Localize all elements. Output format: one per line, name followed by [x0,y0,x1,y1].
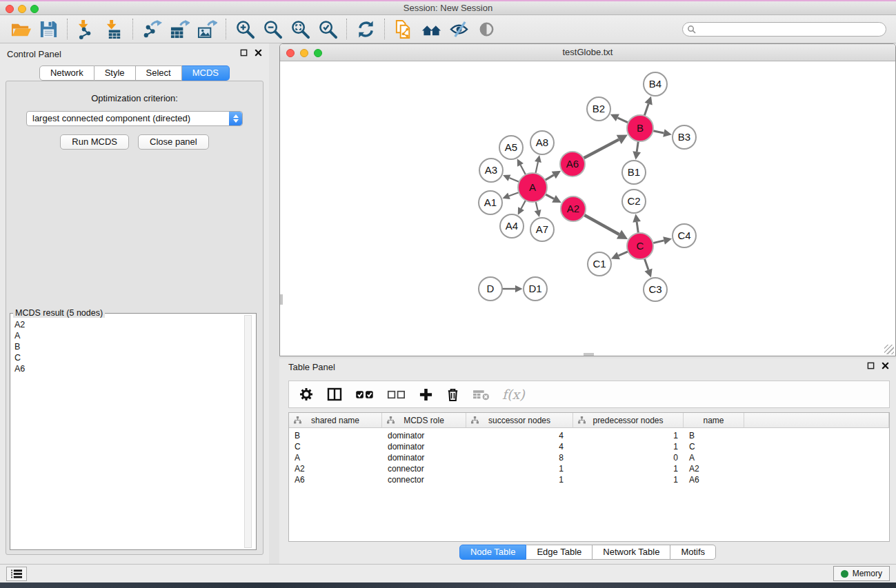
column-type-icon [471,416,479,424]
column-header-mcds-role[interactable]: MCDS role [382,413,466,428]
criterion-dropdown[interactable]: largest connected component (directed) [26,111,243,126]
graph-edge-A-A7[interactable] [535,201,537,210]
clone-network-icon[interactable] [390,17,417,41]
close-table-panel-icon[interactable] [882,362,889,369]
apply-function-icon[interactable]: f(x) [502,387,525,402]
save-session-icon[interactable] [34,17,62,41]
import-network-icon[interactable] [72,17,100,41]
graph-edge-A-A6[interactable] [544,175,554,181]
mcds-result-item[interactable]: A6 [14,363,252,374]
graph-edge-A6-B[interactable] [583,139,619,159]
graph-edge-B-B2[interactable] [617,118,628,123]
close-window-button[interactable] [6,5,14,13]
hide-details-eye-slash-icon[interactable] [445,17,472,41]
network-canvas[interactable]: AA1A2A3A4A5A6A7A8BB1B2B3B4CC1C2C3C4DD1 [280,61,895,356]
graph-edge-B-B3[interactable] [653,131,664,133]
close-panel-button[interactable]: Close panel [138,134,209,150]
import-table-icon[interactable] [100,17,128,41]
mcds-result-item[interactable]: C [14,352,252,363]
tab-network[interactable]: Network [39,65,94,81]
delete-table-icon[interactable] [472,388,490,401]
float-panel-icon[interactable] [240,49,248,57]
float-table-panel-icon[interactable] [867,362,875,369]
graph-edge-C-C4[interactable] [653,241,664,243]
table-row[interactable]: Bdominator41B [289,430,889,441]
toggle-visibility-eye-icon[interactable] [472,17,500,41]
zoom-out-icon[interactable] [259,17,286,41]
graph-edge-A-A4[interactable] [521,200,526,209]
result-scrollbar[interactable] [244,315,252,548]
mcds-result-item[interactable]: A2 [14,319,252,330]
open-session-icon[interactable] [7,17,34,41]
graph-edge-C-C1[interactable] [619,251,629,256]
tab-style[interactable]: Style [94,65,136,81]
network-close-button[interactable] [286,49,295,57]
mcds-result-item[interactable]: B [14,341,252,352]
export-image-icon[interactable] [193,17,221,41]
graph-edge-C-C2[interactable] [637,222,638,234]
delete-column-trash-icon[interactable] [446,387,460,402]
zoom-window-button[interactable] [30,5,39,13]
refresh-layout-icon[interactable] [352,17,379,41]
export-network-icon[interactable] [138,17,166,41]
table-row[interactable]: Cdominator41C [289,441,889,452]
control-panel-tabs: Network Style Select MCDS [0,65,269,81]
graph-edge-A-A1[interactable] [509,192,519,196]
tab-select[interactable]: Select [136,65,182,81]
vertical-scroll-nub[interactable] [280,294,283,305]
table-settings-gear-icon[interactable] [299,387,314,402]
zoom-in-icon[interactable] [231,17,259,41]
graph-edge-A-A5[interactable] [521,165,526,175]
horizontal-scroll-nub[interactable] [584,353,594,356]
graph-node-label: A [529,181,536,193]
show-all-networks-icon[interactable] [417,17,445,41]
zoom-selected-icon[interactable] [314,17,341,41]
column-header-successor-nodes[interactable]: successor nodes [466,413,573,428]
graph-edge-C-C3[interactable] [644,258,648,270]
search-input[interactable] [696,24,882,34]
graph-edge-B-B1[interactable] [637,141,638,152]
close-panel-icon[interactable] [255,49,262,57]
export-table-icon[interactable] [166,17,193,41]
tab-edge-table[interactable]: Edge Table [526,545,593,560]
task-history-button[interactable] [6,567,27,581]
graph-edge-B-B4[interactable] [644,104,648,116]
zoom-fit-icon[interactable] [286,17,314,41]
table-header-row: shared name MCDS role successor nodes pr… [289,413,889,428]
column-header-predecessor-nodes[interactable]: predecessor nodes [573,413,684,428]
table-row[interactable]: Adominator80A [289,452,889,463]
graph-edge-A2-C[interactable] [584,214,619,234]
run-mcds-button[interactable]: Run MCDS [60,134,129,150]
graph-node-label: C3 [648,283,661,295]
graph-node-label: A6 [566,158,579,170]
search-field[interactable] [682,22,886,37]
tab-motifs[interactable]: Motifs [670,545,716,560]
network-graph[interactable]: AA1A2A3A4A5A6A7A8BB1B2B3B4CC1C2C3C4DD1 [280,61,895,356]
graph-edge-A-A8[interactable] [535,162,538,174]
add-column-plus-icon[interactable] [419,387,433,402]
network-minimize-button[interactable] [300,49,308,57]
graph-node-label: A8 [536,136,548,148]
table-panel-title: Table Panel [288,362,335,372]
column-type-icon [578,416,586,424]
column-header-shared-name[interactable]: shared name [289,413,382,428]
window-resize-grip[interactable] [884,345,894,354]
memory-button[interactable]: Memory [833,566,890,581]
table-row[interactable]: A2connector11A2 [289,463,889,474]
graph-node-label: C1 [593,258,606,270]
graph-edge-A-A3[interactable] [509,178,519,182]
tab-mcds[interactable]: MCDS [182,65,230,81]
network-zoom-button[interactable] [314,49,322,57]
graph-arrowhead [645,96,653,105]
mcds-result-item[interactable]: A [14,330,252,341]
column-header-name[interactable]: name [684,413,744,428]
minimize-window-button[interactable] [18,5,26,13]
select-all-columns-icon[interactable] [355,389,375,401]
network-window-titlebar[interactable]: testGlobe.txt [280,44,895,61]
split-panel-icon[interactable] [326,387,343,402]
tab-node-table[interactable]: Node Table [459,545,527,560]
tab-network-table[interactable]: Network Table [593,545,670,560]
graph-edge-A-A2[interactable] [545,194,554,199]
unselect-all-columns-icon[interactable] [387,389,406,401]
table-row[interactable]: A6connector11A6 [289,474,889,485]
